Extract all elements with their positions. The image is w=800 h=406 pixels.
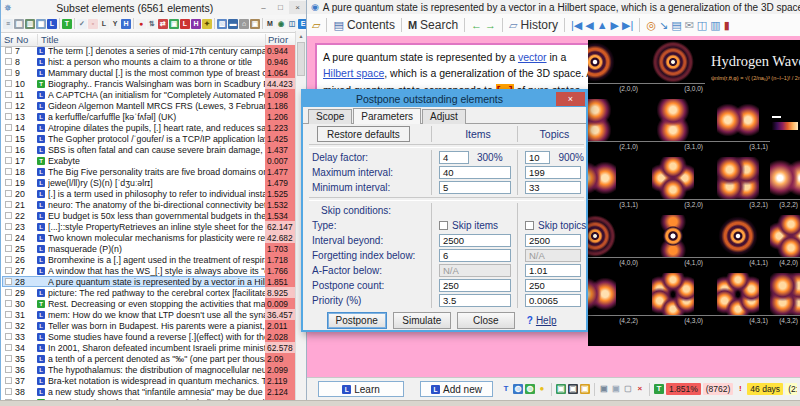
row-checkbox[interactable] <box>2 267 15 274</box>
close-button[interactable]: Close <box>457 312 515 329</box>
sound-icon[interactable]: ▣ <box>580 384 590 394</box>
row-checkbox[interactable] <box>2 212 15 219</box>
row-checkbox[interactable] <box>2 179 15 186</box>
import-icon[interactable]: ▣ <box>169 19 179 29</box>
items-input[interactable]: 250 <box>439 279 511 292</box>
search-button[interactable]: Search <box>420 18 458 32</box>
contents-icon[interactable]: ▤ <box>333 20 343 31</box>
items-input[interactable]: 40 <box>439 166 511 179</box>
row-checkbox[interactable] <box>2 234 15 241</box>
row-checkbox[interactable] <box>2 289 15 296</box>
table-row[interactable]: 20L[.] is a term used in philosophy to r… <box>2 188 295 199</box>
dialog-close-icon[interactable]: × <box>556 92 585 106</box>
letter-l-icon[interactable]: L <box>99 19 109 29</box>
table-row[interactable]: 14LAtropine dilates the pupils, [.] hear… <box>2 122 295 133</box>
table-row[interactable]: 12LGideon Algernon Mantell MRCS FRS (Lew… <box>2 100 295 111</box>
simulate-button[interactable]: Simulate <box>393 312 451 329</box>
column-header-prior[interactable]: Prior <box>265 34 295 45</box>
check-filter-icon[interactable]: ✓ <box>77 19 87 29</box>
row-checkbox[interactable] <box>2 80 15 87</box>
row-checkbox[interactable] <box>2 91 15 98</box>
building-icon[interactable]: ⌂ <box>239 19 249 29</box>
row-checkbox[interactable] <box>2 69 15 76</box>
topics-input[interactable]: 199 <box>525 166 581 179</box>
table-row[interactable]: 29Lpicture: The red pathway to the cereb… <box>2 287 295 298</box>
registry-icon[interactable]: ▥ <box>25 19 35 29</box>
row-checkbox[interactable] <box>2 388 15 395</box>
tab-adjust[interactable]: Adjust <box>422 109 466 124</box>
table-row[interactable]: 23L[...]::style PropertyRetrieves an inl… <box>2 221 295 232</box>
ball-icon[interactable]: ● <box>537 384 547 394</box>
table-row[interactable]: 28A pure quantum state is represented by… <box>2 276 295 287</box>
row-checkbox[interactable] <box>2 168 15 175</box>
table-row[interactable]: 8Lhist: a person who mounts a claim to a… <box>2 56 295 67</box>
row-checkbox[interactable] <box>2 322 15 329</box>
skip-topics-checkbox[interactable] <box>525 221 534 230</box>
row-checkbox[interactable] <box>2 333 15 340</box>
table-row[interactable]: 30TRest. Decreasing or even stopping the… <box>2 298 295 309</box>
save-icon[interactable]: ◫ <box>287 19 297 29</box>
row-checkbox[interactable] <box>2 124 15 131</box>
items-input[interactable]: 5 <box>439 181 511 194</box>
priority-tool-icon[interactable]: T <box>654 384 664 394</box>
topics-input[interactable]: 0.0065 <box>525 294 581 307</box>
open-folder-icon[interactable]: ▱ <box>312 20 320 31</box>
table-row[interactable]: 37LBra-ket notation is widespread in qua… <box>2 375 295 386</box>
table-row[interactable]: 21Lneuro: The anatomy of the bi-directio… <box>2 199 295 210</box>
table-row[interactable]: 17TExabyte0.007 <box>2 155 295 166</box>
history-button[interactable]: History <box>521 18 558 32</box>
contents-button[interactable]: Contents <box>347 18 395 32</box>
text-tool-icon[interactable]: T <box>501 384 511 394</box>
edit-icon[interactable]: E <box>298 19 306 29</box>
table-row[interactable]: 34LIn 2001, Sharon defeated incumbent Is… <box>2 342 295 353</box>
save-page-icon[interactable]: ◫ <box>697 20 707 31</box>
print-icon[interactable]: ▥ <box>710 20 720 31</box>
table-row[interactable]: 18LThe Big Five personality traits are f… <box>2 166 295 177</box>
dialog-titlebar[interactable]: Postpone outstanding elements × <box>303 91 586 107</box>
topics-input[interactable]: 10 <box>525 151 550 164</box>
sort-icon[interactable]: ⇅ <box>147 19 157 29</box>
vector-link[interactable]: vector <box>518 51 547 63</box>
row-checkbox[interactable] <box>2 278 15 285</box>
table-row[interactable]: 22LEU budget is 50x less than government… <box>2 210 295 221</box>
table-row[interactable]: 13La kerfuffle/carfuffle [kəˈfʌfəl] (UK)… <box>2 111 295 122</box>
globe-green-icon[interactable]: ◍ <box>525 384 535 394</box>
items-input[interactable]: 4 <box>439 151 469 164</box>
column-header-no[interactable]: Sr No <box>1 34 37 45</box>
row-checkbox[interactable] <box>2 377 15 384</box>
copy-icon[interactable]: ▣ <box>599 384 609 394</box>
table-row[interactable]: 36LThe hypothalamus: the distribution of… <box>2 364 295 375</box>
goto-icon[interactable]: ↘ <box>659 20 668 31</box>
topics-input[interactable]: N/A <box>525 249 581 262</box>
topics-input[interactable]: 2500 <box>525 234 581 247</box>
book-icon[interactable]: ▤ <box>671 20 681 31</box>
topics-input[interactable]: 1.01 <box>525 264 581 277</box>
table-row[interactable]: 16LSBS is often fatal and can cause seve… <box>2 144 295 155</box>
row-checkbox[interactable] <box>2 190 15 197</box>
table-row[interactable]: 9LMammary ductal [.] is the most common … <box>2 67 295 78</box>
table-row[interactable]: 24LTwo known molecular mechanisms for pl… <box>2 232 295 243</box>
topic-icon[interactable]: T <box>62 19 72 29</box>
export-l-icon[interactable]: L <box>180 19 190 29</box>
tab-scope[interactable]: Scope <box>308 109 352 124</box>
history-icon[interactable]: ▱ <box>509 20 517 31</box>
search-icon[interactable]: M <box>408 20 417 31</box>
row-checkbox[interactable] <box>2 146 15 153</box>
delete-icon[interactable]: × <box>635 384 645 394</box>
table-row[interactable]: 32LTeller was born in Budapest. His pare… <box>2 320 295 331</box>
topics-input[interactable]: 250 <box>525 279 581 292</box>
row-checkbox[interactable] <box>2 135 15 142</box>
row-checkbox[interactable] <box>2 223 15 230</box>
swap-icon[interactable]: ⇄ <box>158 19 168 29</box>
table-row[interactable]: 10TBiography.. Francis Walsingham was bo… <box>2 78 295 89</box>
table-row[interactable]: 33LSome studies have found a reverse [.]… <box>2 331 295 342</box>
first-element-icon[interactable]: |◀ <box>571 20 582 31</box>
hilbert-space-link[interactable]: Hilbert space <box>323 67 384 79</box>
row-checkbox[interactable] <box>2 58 15 65</box>
items-input[interactable]: 6 <box>439 249 511 262</box>
web-globe-icon[interactable]: ◍ <box>513 384 523 394</box>
column-header-title[interactable]: Title <box>37 34 265 45</box>
restore-defaults-button[interactable]: Restore defaults <box>317 126 410 142</box>
card-icon[interactable]: ▣ <box>250 19 260 29</box>
pane-icon[interactable]: ▧ <box>217 19 227 29</box>
